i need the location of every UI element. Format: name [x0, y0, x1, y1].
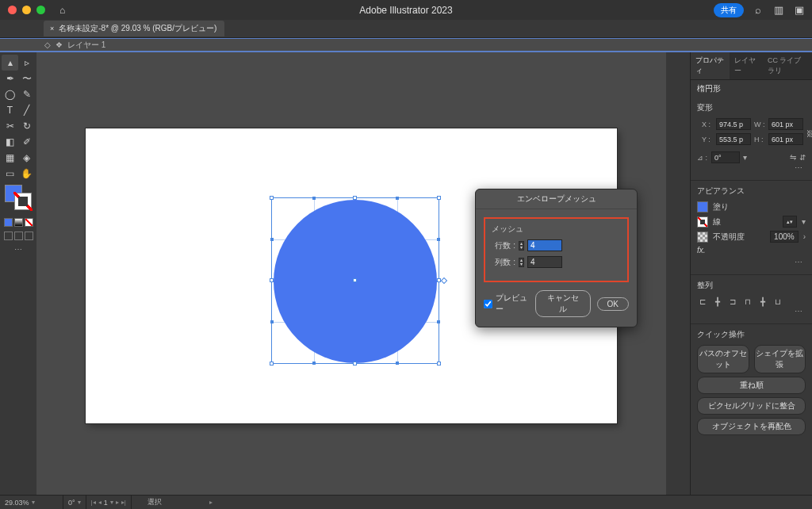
none-mode-icon[interactable] — [25, 218, 33, 227]
status-menu-icon[interactable]: ▸ — [209, 499, 213, 506]
draw-inside-icon[interactable] — [25, 232, 33, 240]
handle-ml[interactable] — [270, 278, 274, 282]
tab-layers[interactable]: レイヤー — [730, 52, 763, 79]
home-icon[interactable]: ⌂ — [59, 5, 65, 16]
minimize-window-icon[interactable] — [22, 6, 31, 14]
draw-normal-icon[interactable] — [4, 232, 13, 240]
mesh-anchor[interactable] — [270, 320, 274, 323]
pie-handle[interactable] — [441, 277, 447, 284]
handle-bl[interactable] — [270, 362, 274, 365]
handle-tm[interactable] — [353, 196, 357, 200]
x-input[interactable] — [716, 118, 751, 130]
handle-bm[interactable] — [353, 362, 357, 365]
align-vcenter-icon[interactable]: ╋ — [757, 296, 768, 307]
handle-tr[interactable] — [437, 196, 441, 200]
center-anchor[interactable] — [353, 278, 357, 282]
shape-builder-tool[interactable]: ◈ — [18, 150, 35, 166]
tab-cclib[interactable]: CC ライブラリ — [763, 52, 812, 79]
stroke-swatch[interactable] — [14, 193, 32, 210]
offset-path-button[interactable]: パスのオフセット — [697, 345, 749, 373]
handle-br[interactable] — [437, 362, 441, 365]
ellipse-tool[interactable]: ◯ — [2, 86, 18, 102]
tab-properties[interactable]: プロパティ — [691, 52, 730, 79]
document-tab[interactable]: × 名称未設定-8* @ 29.03 % (RGB/プレビュー) — [44, 21, 224, 36]
align-pixel-grid-button[interactable]: ピクセルグリッドに整合 — [697, 397, 806, 415]
more-appearance-icon[interactable]: ⋯ — [697, 258, 806, 266]
mesh-anchor[interactable] — [270, 238, 274, 241]
paintbrush-tool[interactable]: ✎ — [18, 86, 35, 102]
stroke-swatch-prop[interactable] — [697, 216, 708, 228]
edit-toolbar-icon[interactable]: ⋯ — [2, 245, 35, 254]
angle-input[interactable] — [711, 151, 740, 163]
recolor-button[interactable]: オブジェクトを再配色 — [697, 418, 806, 435]
link-wh-icon[interactable]: ⛓ — [806, 129, 812, 138]
fx-label[interactable]: fx. — [697, 246, 706, 254]
cols-stepper[interactable]: ▴▾ — [519, 258, 524, 267]
align-hcenter-icon[interactable]: ╋ — [712, 296, 723, 307]
mesh-anchor[interactable] — [396, 197, 399, 200]
color-swatches[interactable] — [2, 185, 35, 209]
search-icon[interactable]: ⌕ — [752, 4, 764, 16]
scissors-tool[interactable]: ✂ — [2, 118, 18, 134]
maximize-window-icon[interactable] — [36, 6, 45, 14]
h-input[interactable] — [768, 133, 803, 145]
draw-behind-icon[interactable] — [14, 232, 23, 240]
more-transform-icon[interactable]: ⋯ — [697, 163, 806, 172]
zoom-field[interactable]: 29.03%▾ — [0, 496, 63, 509]
rotate-tool[interactable]: ↻ — [18, 118, 35, 134]
align-top-icon[interactable]: ⊓ — [742, 296, 753, 307]
align-left-icon[interactable]: ⊏ — [697, 296, 708, 307]
ok-button[interactable]: OK — [597, 297, 629, 311]
artboard-nav[interactable]: |◂ ◂ 1 ▾ ▸ ▸| — [86, 496, 132, 509]
color-mode-icon[interactable] — [4, 218, 13, 227]
selection-tool[interactable]: ▴ — [2, 55, 18, 71]
rotate-field[interactable]: 0°▾ — [63, 496, 86, 509]
opacity-dropdown-icon[interactable]: › — [803, 232, 806, 241]
y-input[interactable] — [716, 133, 751, 145]
flip-v-icon[interactable]: ⇵ — [799, 153, 806, 162]
pen-tool[interactable]: ✒ — [2, 71, 18, 86]
fill-swatch-prop[interactable] — [697, 201, 708, 212]
eraser-tool[interactable]: ◧ — [2, 134, 18, 150]
flip-h-icon[interactable]: ⇋ — [790, 153, 796, 162]
more-align-icon[interactable]: ⋯ — [697, 307, 806, 316]
handle-tl[interactable] — [270, 196, 274, 200]
angle-dropdown-icon[interactable]: ▾ — [743, 153, 747, 162]
mesh-anchor[interactable] — [437, 320, 440, 323]
expand-shape-button[interactable]: シェイプを拡張 — [754, 345, 806, 373]
arrange-button[interactable]: 重ね順 — [697, 377, 806, 394]
arrange-docs-icon[interactable]: ▥ — [772, 4, 785, 16]
mesh-anchor[interactable] — [312, 362, 316, 365]
hand-tool[interactable]: ✋ — [18, 166, 35, 182]
stroke-weight-input[interactable]: ▴▾ — [783, 216, 797, 228]
share-button[interactable]: 共有 — [714, 3, 744, 17]
align-right-icon[interactable]: ⊐ — [727, 296, 738, 307]
canvas[interactable]: エンベロープメッシュ メッシュ 行数 : ▴▾ 列数 : ▴▾ — [36, 52, 666, 495]
mesh-anchor[interactable] — [312, 197, 316, 200]
rows-input[interactable] — [527, 239, 562, 251]
cols-input[interactable] — [527, 256, 562, 268]
direct-selection-tool[interactable]: ▹ — [18, 55, 35, 71]
mesh-anchor[interactable] — [396, 362, 399, 365]
close-tab-icon[interactable]: × — [50, 25, 54, 33]
rows-stepper[interactable]: ▴▾ — [519, 241, 524, 251]
selection-bounds[interactable] — [271, 197, 439, 364]
reference-point[interactable] — [697, 126, 699, 140]
preview-checkbox[interactable]: プレビュー — [484, 293, 529, 315]
eyedropper-tool[interactable]: ✐ — [18, 134, 35, 150]
preview-check-input[interactable] — [484, 300, 492, 308]
gradient-mode-icon[interactable] — [14, 218, 23, 227]
align-bottom-icon[interactable]: ⊔ — [772, 296, 783, 307]
layer-name[interactable]: レイヤー 1 — [67, 40, 105, 51]
type-tool[interactable]: T — [2, 102, 18, 118]
artboard-tool[interactable]: ▭ — [2, 166, 18, 182]
mesh-anchor[interactable] — [437, 238, 440, 241]
close-window-icon[interactable] — [8, 6, 17, 14]
workspace-icon[interactable]: ▣ — [793, 4, 806, 16]
breadcrumb-back-icon[interactable]: ◇ — [44, 40, 51, 49]
line-tool[interactable]: ╱ — [18, 102, 35, 118]
w-input[interactable] — [768, 118, 803, 130]
curvature-tool[interactable]: 〜 — [18, 71, 35, 86]
opacity-input[interactable]: 100% — [770, 231, 799, 243]
cancel-button[interactable]: キャンセル — [535, 290, 591, 317]
